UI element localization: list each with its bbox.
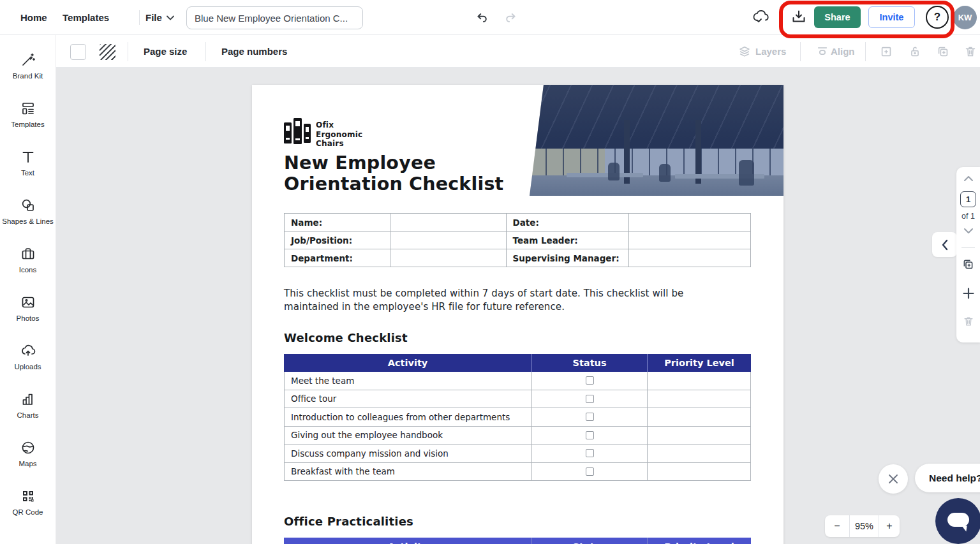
- invite-button[interactable]: Invite: [868, 6, 915, 28]
- info-label[interactable]: Supervising Manager:: [506, 249, 629, 267]
- home-link[interactable]: Home: [20, 0, 47, 35]
- chat-widget-button[interactable]: [935, 498, 980, 544]
- page-up-button[interactable]: [956, 175, 980, 182]
- info-value[interactable]: [629, 249, 751, 267]
- status-checkbox[interactable]: [586, 449, 594, 457]
- zoom-out-button[interactable]: −: [825, 515, 849, 537]
- help-button[interactable]: ?: [926, 6, 949, 29]
- activity-cell[interactable]: Breakfast with the team: [285, 463, 531, 481]
- share-button[interactable]: Share: [814, 6, 861, 28]
- priority-cell[interactable]: [647, 408, 750, 426]
- info-value[interactable]: [390, 249, 506, 267]
- redo-button[interactable]: [500, 8, 521, 28]
- add-page-button[interactable]: [956, 287, 980, 300]
- activity-cell[interactable]: Meet the team: [285, 372, 531, 390]
- layout-icon: [20, 100, 36, 117]
- sidebar-item-label: Shapes & Lines: [2, 217, 54, 226]
- sidebar-item-maps[interactable]: Maps: [0, 429, 56, 478]
- priority-cell[interactable]: [647, 463, 750, 481]
- collapse-panel-button[interactable]: [932, 232, 957, 257]
- status-checkbox[interactable]: [586, 395, 594, 403]
- sidebar-item-photos[interactable]: Photos: [0, 284, 56, 332]
- sidebar-item-charts[interactable]: Charts: [0, 381, 56, 429]
- page-numbers-button[interactable]: Page numbers: [221, 35, 287, 68]
- status-cell: [531, 463, 647, 481]
- templates-link[interactable]: Templates: [63, 0, 109, 35]
- info-value[interactable]: [390, 214, 506, 232]
- logo-line: Ofix: [316, 121, 362, 130]
- priority-cell[interactable]: [647, 427, 750, 445]
- activity-cell[interactable]: Introduction to colleagues from other de…: [285, 408, 531, 426]
- info-label[interactable]: Name:: [285, 214, 390, 232]
- info-label[interactable]: Job/Position:: [285, 232, 390, 249]
- sidebar-item-shapes-lines[interactable]: Shapes & Lines: [0, 187, 56, 235]
- file-menu-button[interactable]: File: [145, 0, 174, 35]
- office-photo[interactable]: [528, 85, 783, 196]
- status-checkbox[interactable]: [586, 431, 594, 439]
- priority-cell[interactable]: [647, 390, 750, 408]
- ofix-logo-text[interactable]: Ofix Ergonomic Chairs: [316, 121, 362, 149]
- priority-cell[interactable]: [647, 445, 750, 462]
- status-cell: [531, 427, 647, 445]
- group-select-icon[interactable]: [879, 45, 893, 59]
- page-size-button[interactable]: Page size: [144, 35, 187, 68]
- need-help-button[interactable]: Need help?: [915, 464, 980, 492]
- align-icon[interactable]: [815, 45, 829, 59]
- dismiss-help-button[interactable]: [879, 464, 908, 494]
- sidebar-item-brand-kit[interactable]: Brand Kit: [0, 41, 56, 90]
- employee-info-table[interactable]: Name: Date: Job/Position: Team Leader: D…: [284, 213, 751, 267]
- info-value[interactable]: [629, 232, 751, 249]
- status-checkbox[interactable]: [586, 376, 594, 385]
- sidebar-item-uploads[interactable]: Uploads: [0, 332, 56, 381]
- undo-button[interactable]: [472, 8, 493, 28]
- zoom-in-button[interactable]: +: [879, 515, 900, 537]
- status-checkbox[interactable]: [586, 467, 594, 476]
- column-header: Status: [531, 538, 647, 544]
- activity-cell[interactable]: Giving out the employee handbook: [285, 427, 531, 445]
- welcome-checklist-heading[interactable]: Welcome Checklist: [284, 331, 408, 344]
- activity-cell[interactable]: Office tour: [285, 390, 531, 408]
- layers-button[interactable]: Layers: [755, 35, 786, 68]
- table-row: Job/Position: Team Leader:: [285, 232, 751, 249]
- sidebar-item-text[interactable]: Text: [0, 138, 56, 187]
- background-color-swatch[interactable]: [70, 44, 86, 60]
- info-label[interactable]: Date:: [506, 214, 629, 232]
- info-value[interactable]: [390, 232, 506, 249]
- document-page[interactable]: Ofix Ergonomic Chairs New Employee Orien…: [252, 85, 783, 544]
- download-button[interactable]: [790, 8, 808, 26]
- trash-icon[interactable]: [963, 45, 977, 59]
- activity-cell[interactable]: Discuss company mission and vision: [285, 445, 531, 462]
- office-practicalities-heading[interactable]: Office Practicalities: [284, 515, 413, 528]
- pattern-swatch[interactable]: [100, 44, 115, 60]
- info-value[interactable]: [629, 214, 751, 232]
- info-label[interactable]: Team Leader:: [506, 232, 629, 249]
- document-heading[interactable]: New Employee Orientation Checklist: [284, 152, 503, 195]
- info-label[interactable]: Department:: [285, 249, 390, 267]
- intro-paragraph[interactable]: This checklist must be completed within …: [284, 287, 741, 313]
- table-row: Introduction to colleagues from other de…: [284, 408, 751, 427]
- current-page-box[interactable]: 1: [960, 191, 976, 207]
- ofix-logo-mark[interactable]: [284, 118, 312, 145]
- sidebar-item-templates[interactable]: Templates: [0, 90, 56, 138]
- sidebar-item-qr-code[interactable]: QR Code: [0, 478, 56, 526]
- lock-icon[interactable]: [908, 45, 922, 59]
- sidebar-item-label: QR Code: [13, 508, 43, 517]
- status-checkbox[interactable]: [586, 413, 594, 421]
- priority-cell[interactable]: [647, 372, 750, 390]
- align-button[interactable]: Align: [831, 35, 855, 68]
- qr-code-icon: [20, 488, 36, 504]
- duplicate-page-button[interactable]: [956, 258, 980, 271]
- sidebar-item-icons[interactable]: Icons: [0, 235, 56, 284]
- duplicate-icon[interactable]: [936, 45, 950, 59]
- editor-canvas[interactable]: Ofix Ergonomic Chairs New Employee Orien…: [56, 68, 980, 544]
- delete-page-button[interactable]: [956, 315, 980, 328]
- heading-line: Orientation Checklist: [284, 173, 503, 195]
- page-down-button[interactable]: [956, 227, 980, 235]
- status-cell: [531, 372, 647, 390]
- document-title-input[interactable]: [186, 6, 363, 29]
- office-practicalities-table[interactable]: Activity Status Priority Level: [284, 538, 751, 544]
- layers-icon[interactable]: [738, 45, 752, 59]
- welcome-checklist-table[interactable]: Activity Status Priority Level Meet the …: [284, 354, 751, 481]
- user-avatar[interactable]: KW: [953, 6, 977, 29]
- left-sidebar: Brand Kit Templates Text Shapes & Lines …: [0, 35, 56, 544]
